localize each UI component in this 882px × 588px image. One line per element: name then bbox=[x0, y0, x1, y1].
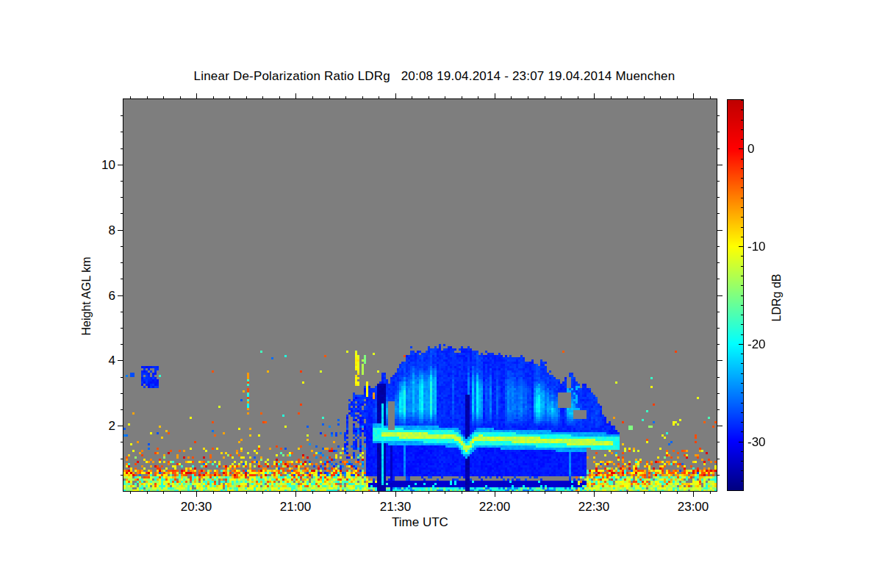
x-tick-label: 21:30 bbox=[380, 500, 412, 514]
y-minor-tick bbox=[121, 459, 123, 459]
x-tick-label: 23:00 bbox=[678, 500, 709, 514]
x-minor-tick-top bbox=[379, 96, 379, 99]
x-minor-tick-top bbox=[660, 96, 661, 99]
x-minor-tick bbox=[180, 491, 181, 494]
colorbar-minor-tick bbox=[741, 354, 743, 354]
y-minor-tick bbox=[121, 344, 123, 345]
x-minor-tick bbox=[379, 491, 379, 494]
x-minor-tick bbox=[130, 491, 131, 494]
colorbar-minor-tick bbox=[741, 470, 743, 471]
y-major-tick-right bbox=[717, 230, 723, 231]
y-minor-tick bbox=[121, 377, 123, 378]
y-major-tick-right bbox=[717, 426, 723, 426]
x-minor-tick bbox=[578, 491, 578, 494]
x-minor-tick bbox=[445, 491, 445, 494]
colorbar-major-tick bbox=[739, 246, 743, 247]
y-minor-tick bbox=[121, 312, 123, 312]
colorbar-minor-tick bbox=[741, 392, 743, 393]
x-major-tick-top bbox=[594, 93, 595, 99]
x-minor-tick-top bbox=[362, 96, 363, 99]
x-minor-tick-top bbox=[644, 96, 645, 99]
colorbar-minor-tick bbox=[741, 305, 743, 306]
colorbar-minor-tick bbox=[741, 110, 743, 110]
y-major-tick-right bbox=[717, 165, 723, 165]
colorbar-minor-tick bbox=[741, 431, 743, 432]
colorbar-minor-tick bbox=[741, 129, 743, 130]
y-tick-label: 4 bbox=[74, 354, 115, 368]
x-minor-tick bbox=[611, 491, 612, 494]
x-minor-tick bbox=[312, 491, 313, 494]
x-minor-tick bbox=[511, 491, 512, 494]
y-major-tick bbox=[118, 295, 123, 296]
y-minor-tick-right bbox=[717, 132, 720, 132]
y-minor-tick bbox=[121, 132, 123, 132]
y-tick-label: 6 bbox=[74, 289, 115, 304]
x-minor-tick-top bbox=[312, 96, 313, 99]
x-minor-tick-top bbox=[279, 96, 280, 99]
x-minor-tick bbox=[677, 491, 678, 494]
x-minor-tick-top bbox=[329, 96, 330, 99]
y-minor-tick-right bbox=[717, 312, 720, 312]
colorbar-minor-tick bbox=[741, 334, 743, 335]
x-minor-tick-top bbox=[262, 96, 263, 99]
y-minor-tick-right bbox=[717, 148, 720, 149]
y-minor-tick bbox=[121, 279, 123, 279]
colorbar-major-tick bbox=[739, 148, 743, 149]
y-minor-tick bbox=[121, 262, 123, 263]
lidar-ldr-quicklook-figure: Linear De-Polarization Ratio LDRg 20:08 … bbox=[0, 0, 882, 588]
colorbar-major-tick bbox=[739, 344, 743, 345]
colorbar-minor-tick bbox=[741, 187, 743, 188]
x-minor-tick-top bbox=[478, 96, 478, 99]
x-minor-tick bbox=[528, 491, 528, 494]
colorbar-label: LDRg dB bbox=[770, 254, 784, 342]
colorbar-minor-tick bbox=[741, 481, 743, 481]
x-minor-tick-top bbox=[710, 96, 711, 99]
x-minor-tick bbox=[362, 491, 363, 494]
x-minor-tick-top bbox=[677, 96, 678, 99]
x-major-tick-top bbox=[495, 93, 495, 99]
x-minor-tick-top bbox=[213, 96, 214, 99]
colorbar-tick-label: 0 bbox=[747, 142, 754, 157]
y-minor-tick-right bbox=[717, 262, 720, 263]
x-minor-tick bbox=[412, 491, 412, 494]
y-minor-tick-right bbox=[717, 197, 720, 198]
y-minor-tick-right bbox=[717, 475, 720, 476]
x-minor-tick bbox=[644, 491, 645, 494]
x-minor-tick bbox=[478, 491, 478, 494]
x-minor-tick-top bbox=[611, 96, 612, 99]
x-minor-tick-top bbox=[180, 96, 181, 99]
y-minor-tick bbox=[121, 197, 123, 198]
colorbar-minor-tick bbox=[741, 315, 743, 315]
y-minor-tick bbox=[121, 393, 123, 394]
colorbar-major-tick bbox=[739, 442, 743, 442]
colorbar-minor-tick bbox=[741, 100, 743, 101]
y-tick-label: 2 bbox=[74, 419, 115, 434]
y-minor-tick-right bbox=[717, 213, 720, 214]
x-tick-label: 22:30 bbox=[578, 500, 610, 514]
y-major-tick bbox=[118, 230, 123, 231]
x-minor-tick-top bbox=[229, 96, 230, 99]
x-minor-tick-top bbox=[246, 96, 247, 99]
x-minor-tick bbox=[429, 491, 429, 494]
y-minor-tick-right bbox=[717, 377, 720, 378]
y-minor-tick-right bbox=[717, 115, 720, 116]
colorbar-minor-tick bbox=[741, 490, 743, 491]
x-minor-tick bbox=[279, 491, 280, 494]
x-minor-tick bbox=[246, 491, 247, 494]
x-minor-tick-top bbox=[528, 96, 528, 99]
colorbar-minor-tick bbox=[741, 198, 743, 198]
y-minor-tick bbox=[121, 115, 123, 116]
colorbar-minor-tick bbox=[741, 207, 743, 208]
x-major-tick bbox=[395, 491, 396, 497]
x-minor-tick bbox=[462, 491, 462, 494]
x-minor-tick-top bbox=[130, 96, 131, 99]
y-major-tick-right bbox=[717, 360, 723, 361]
colorbar-minor-tick bbox=[741, 383, 743, 384]
x-major-tick-top bbox=[295, 93, 296, 99]
x-major-tick-top bbox=[196, 93, 197, 99]
x-tick-label: 22:00 bbox=[479, 500, 511, 514]
colorbar-minor-tick bbox=[741, 324, 743, 325]
colorbar-tick-label: -30 bbox=[747, 435, 766, 450]
x-minor-tick-top bbox=[545, 96, 545, 99]
y-minor-tick bbox=[121, 442, 123, 442]
